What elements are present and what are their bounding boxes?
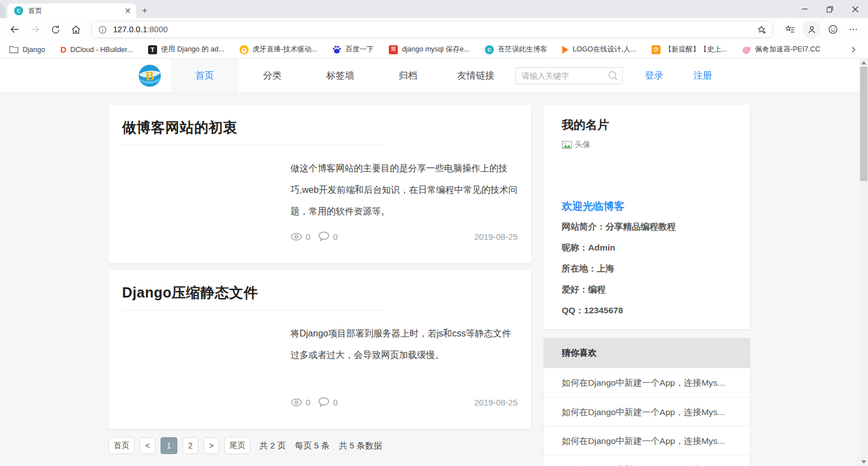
comments-count: 0 xyxy=(333,232,337,241)
bookmark-django[interactable]: Django xyxy=(9,45,45,54)
baidu-paw-icon xyxy=(332,45,341,54)
recommended-post-link[interactable]: 如何在Django中新建一个App，连接Mys... xyxy=(544,397,750,426)
browser-tab[interactable]: C 首页 ✕ xyxy=(7,3,136,18)
folder-icon xyxy=(9,45,19,54)
nav-item-links[interactable]: 友情链接 xyxy=(442,59,510,92)
post-title[interactable]: 做博客网站的初衷 xyxy=(122,118,518,137)
add-favorite-icon[interactable] xyxy=(756,24,767,35)
total-pages: 共 2 页 xyxy=(259,441,286,450)
url-port: :8000 xyxy=(147,25,167,34)
nav-item-home[interactable]: 首页 xyxy=(171,59,238,92)
post-body: 做这个博客网站的主要目的是分享一些电脑操作上的技巧,web开发前端和后台知识，在… xyxy=(122,158,518,251)
search-box xyxy=(515,67,623,84)
recommended-post-link[interactable]: 如何在Django中新建一个App，连接Mys... xyxy=(544,455,750,466)
post-card[interactable]: 做博客网站的初衷 做这个博客网站的主要目的是分享一些电脑操作上的技巧,web开发… xyxy=(108,105,531,263)
profile-icon[interactable] xyxy=(802,20,821,38)
profile-qq: QQ：12345678 xyxy=(562,305,623,317)
post-card[interactable]: Django压缩静态文件 将Django项目部署到服务器上时，若js和css等静… xyxy=(108,270,531,429)
address-bar[interactable]: 127.0.0.1:8000 xyxy=(92,21,773,38)
url-text[interactable]: 127.0.0.1:8000 xyxy=(113,25,168,34)
page-scrollbar[interactable] xyxy=(860,59,868,466)
broken-image-icon xyxy=(562,141,572,149)
refresh-button[interactable] xyxy=(45,20,66,39)
register-link[interactable]: 注册 xyxy=(693,70,712,82)
bookmark-huya[interactable]: 虎牙直播-技术驱动... xyxy=(240,45,318,54)
post-title[interactable]: Django压缩静态文件 xyxy=(122,283,518,302)
pagination-page-2-button[interactable]: 2 xyxy=(183,437,198,454)
jianshu-icon: 简 xyxy=(389,45,398,54)
nav-item-categories[interactable]: 分类 xyxy=(238,59,306,92)
pagination: 首页 < 1 2 > 尾页 共 2 页每页 5 条共 5 条数据 xyxy=(108,437,391,454)
bookmarks-bar: Django D DCloud - HBuilder... T 使用 Djang… xyxy=(0,41,868,59)
search-icon[interactable] xyxy=(607,70,619,82)
post-thumbnail-placeholder xyxy=(122,158,290,251)
divider xyxy=(122,145,383,145)
bookmarks-overflow-chevron-icon[interactable] xyxy=(849,45,858,54)
recommended-post-link[interactable]: 如何在Django中新建一个App，连接Mys... xyxy=(544,368,750,397)
tab-bar: C 首页 ✕ + xyxy=(0,0,868,18)
url-host: 127.0.0.1 xyxy=(113,25,147,34)
guess-card-title: 猜你喜欢 xyxy=(544,338,750,368)
views-count: 0 xyxy=(306,398,310,407)
profile-card: 我的名片 头像 欢迎光临博客 网站简介：分享精品编程教程 昵称：Admin 所在… xyxy=(544,105,750,329)
nav-item-archive[interactable]: 归档 xyxy=(374,59,442,92)
bookmark-forum[interactable]: 【新提醒】【史上... xyxy=(652,45,727,54)
feedback-smiley-icon[interactable] xyxy=(823,20,843,39)
bookmark-dcloud[interactable]: D DCloud - HBuilder... xyxy=(60,45,133,54)
home-button[interactable] xyxy=(66,20,86,39)
pagination-last-button[interactable]: 尾页 xyxy=(224,437,250,454)
bookmark-jianshu[interactable]: 简 django mysql 保存e... xyxy=(389,45,470,54)
close-window-button[interactable] xyxy=(843,0,868,18)
bookmark-blog[interactable]: C 苍茫误此生博客 xyxy=(485,45,548,54)
scrollbar-thumb[interactable] xyxy=(860,67,867,181)
post-footer: 0 0 2019-08-25 xyxy=(290,231,518,241)
pagination-page-1-button[interactable]: 1 xyxy=(160,437,177,454)
nav-item-tags[interactable]: 标签墙 xyxy=(306,59,374,92)
views-eye-icon xyxy=(290,398,302,407)
site-logo-icon[interactable]: B xyxy=(138,64,161,87)
dark-square-icon: T xyxy=(148,45,157,54)
orange-swirl-icon xyxy=(652,45,661,54)
site-info-icon[interactable] xyxy=(98,25,107,34)
avatar-alt-text: 头像 xyxy=(575,140,591,150)
bookmark-django-admin[interactable]: T 使用 Django 的 ad... xyxy=(148,45,224,54)
scrollbar-up-arrow-icon[interactable] xyxy=(860,59,868,67)
avatar: 头像 xyxy=(562,140,591,150)
pagination-next-button[interactable]: > xyxy=(203,437,219,454)
peppa-pig-icon xyxy=(742,45,751,54)
pagination-summary: 共 2 页每页 5 条共 5 条数据 xyxy=(259,441,391,451)
back-button[interactable] xyxy=(5,20,25,39)
pagination-prev-button[interactable]: < xyxy=(140,437,155,454)
post-excerpt: 将Django项目部署到服务器上时，若js和css等静态文件过多或者过大，会导致… xyxy=(290,323,518,366)
bookmark-peppa[interactable]: 佩奇加速器-PEI7.CC xyxy=(742,45,820,54)
scrollbar-down-arrow-icon[interactable] xyxy=(860,458,868,466)
settings-more-icon[interactable] xyxy=(843,20,863,39)
window-controls xyxy=(792,0,868,18)
pagination-first-button[interactable]: 首页 xyxy=(108,437,134,454)
blog-teal-icon: C xyxy=(485,45,494,54)
post-date: 2019-08-25 xyxy=(474,398,518,407)
bookmark-baidu[interactable]: 百度一下 xyxy=(332,45,374,54)
login-link[interactable]: 登录 xyxy=(645,70,663,82)
post-right-column: 将Django项目部署到服务器上时，若js和css等静态文件过多或者过大，会导致… xyxy=(290,323,518,416)
browser-toolbar: 127.0.0.1:8000 xyxy=(0,18,868,41)
profile-card-title: 我的名片 xyxy=(562,117,609,133)
web-page: B 首页 分类 标签墙 归档 友情链接 登录 注册 做博客网站的初衷 xyxy=(0,59,868,466)
guess-you-like-card: 猜你喜欢 如何在Django中新建一个App，连接Mys... 如何在Djang… xyxy=(544,338,750,466)
play-triangle-icon xyxy=(562,46,568,54)
post-excerpt: 做这个博客网站的主要目的是分享一些电脑操作上的技巧,web开发前端和后台知识，在… xyxy=(290,158,518,222)
profile-nickname: 昵称：Admin xyxy=(562,242,615,254)
forward-button[interactable] xyxy=(25,20,45,39)
bookmark-logo-design[interactable]: LOGO在线设计,人... xyxy=(562,45,636,54)
tab-close-icon[interactable]: ✕ xyxy=(123,6,133,16)
minimize-button[interactable] xyxy=(792,0,817,18)
comments-count: 0 xyxy=(333,398,337,407)
recommended-post-link[interactable]: 如何在Django中新建一个App，连接Mys... xyxy=(544,426,750,455)
new-tab-button[interactable]: + xyxy=(136,3,153,18)
views-eye-icon xyxy=(290,232,302,241)
favorites-list-icon[interactable] xyxy=(780,20,800,39)
comments-icon xyxy=(318,231,329,241)
page-body: 做博客网站的初衷 做这个博客网站的主要目的是分享一些电脑操作上的技巧,web开发… xyxy=(0,93,868,466)
restore-button[interactable] xyxy=(817,0,843,18)
main-nav: 首页 分类 标签墙 归档 友情链接 xyxy=(171,59,510,92)
